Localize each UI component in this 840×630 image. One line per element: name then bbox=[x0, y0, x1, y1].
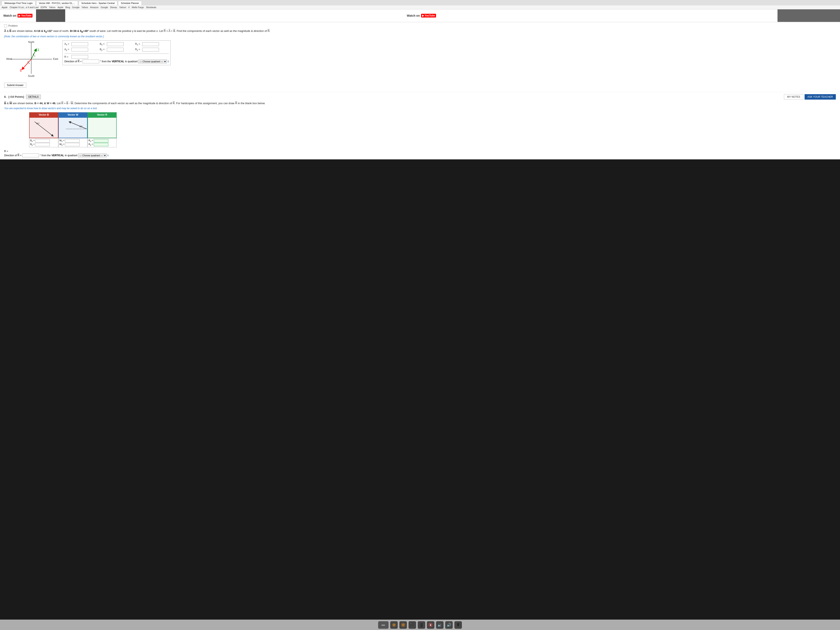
ay-input[interactable] bbox=[71, 48, 88, 52]
question-8-points: [-/10 Points] bbox=[8, 95, 24, 98]
bookmark-wells[interactable]: Wells Fargo bbox=[132, 6, 144, 8]
by-q8-label: By = bbox=[30, 143, 35, 146]
tab-vector-hw[interactable]: Vector HW - PHY211, section 01, Fall 202… bbox=[36, 1, 78, 5]
ay-row: Ay = bbox=[65, 48, 98, 52]
vector-w-inputs: Wx = Wy = bbox=[58, 138, 87, 147]
wx-input[interactable] bbox=[65, 139, 80, 142]
svg-text:θA: θA bbox=[33, 54, 35, 57]
vector-w-svg: 60° bbox=[60, 118, 88, 139]
q8-vertical-label: VERTICAL bbox=[52, 154, 64, 157]
by-input[interactable] bbox=[107, 48, 123, 52]
bookmark-chapter9[interactable]: Chapter 9 Lec...e II and Last bbox=[9, 6, 38, 8]
q8-direction-label: Direction of R = bbox=[4, 154, 22, 157]
ax-label: Ax = bbox=[65, 43, 71, 46]
tab-webassign-login[interactable]: Webassign First Time Login bbox=[2, 1, 35, 5]
q8-direction-input[interactable] bbox=[22, 153, 39, 157]
question-8-text: B & W are shown below. B = 44, & W = 46.… bbox=[4, 101, 836, 106]
problem-area: Problem A & B are shown below. A=18 & θA… bbox=[0, 22, 840, 92]
rx-input[interactable] bbox=[142, 42, 159, 46]
youtube-thumb-1[interactable]: Watch on ▶ YouTube bbox=[0, 9, 36, 22]
rx-q8-label: Rx = bbox=[88, 139, 93, 142]
ax-row: Ax = bbox=[65, 42, 98, 46]
ax-input[interactable] bbox=[71, 42, 88, 46]
youtube-logo-1: Watch on ▶ YouTube bbox=[3, 14, 33, 17]
compass-diagram: North South East West θA θB A bbox=[4, 40, 58, 79]
bx-input-row: Bx = bbox=[30, 139, 57, 142]
r-label: R = bbox=[65, 55, 71, 58]
question-8-header: 8. [-/10 Points] DETAILS MY NOTES ASK YO… bbox=[4, 94, 836, 99]
q8-direction-row: Direction of R = ° from the VERTICAL in … bbox=[4, 153, 836, 157]
main-content: Watch on ▶ YouTube Watch on ▶ YouTube Pr… bbox=[0, 9, 840, 159]
details-button[interactable]: DETAILS bbox=[26, 95, 41, 99]
question-8-right: MY NOTES ASK YOUR TEACHER bbox=[784, 94, 836, 99]
tab-schedule-hero[interactable]: Schedule Hero - Spartan Central bbox=[79, 1, 117, 5]
ay-label: Ay = bbox=[65, 48, 71, 51]
svg-line-7 bbox=[22, 59, 31, 69]
ry-q8-input[interactable] bbox=[94, 143, 108, 146]
quadrant-select[interactable]: --- Choose quadrant --- I II III IV bbox=[138, 60, 167, 63]
bookmark-apple2[interactable]: Apple bbox=[57, 6, 63, 8]
bookmark-hash[interactable]: # bbox=[128, 6, 129, 8]
bookmark-slick[interactable]: Slickdeals bbox=[146, 6, 156, 8]
col-a: Ax = Ay = bbox=[65, 42, 98, 52]
ry-input[interactable] bbox=[142, 48, 159, 52]
bookmark-yahoo2[interactable]: Yahoo bbox=[82, 6, 88, 8]
q8-info-icon[interactable]: ℹ bbox=[107, 154, 109, 157]
bookmark-espn[interactable]: ESPN bbox=[41, 6, 47, 8]
bx-input[interactable] bbox=[107, 42, 123, 46]
q8-in-quadrant-label: in quadrant bbox=[65, 154, 77, 157]
degree-from-label: ° from the bbox=[100, 60, 111, 63]
bx-q8-label: Bx = bbox=[30, 139, 35, 142]
youtube-icon-1: ▶ YouTube bbox=[17, 14, 33, 17]
youtube-icon-2: ▶ YouTube bbox=[421, 14, 436, 17]
q8-quadrant-select[interactable]: --- Choose quadrant --- I II III IV bbox=[78, 153, 107, 157]
r-magnitude-input[interactable] bbox=[71, 55, 88, 59]
col-r: Rx = Ry = bbox=[135, 42, 169, 52]
by-q8-input[interactable] bbox=[35, 143, 50, 146]
bookmark-apple[interactable]: Apple bbox=[2, 6, 8, 8]
bookmark-yahoo[interactable]: Yahoo bbox=[49, 6, 55, 8]
wx-input-row: Wx = bbox=[59, 139, 87, 142]
browser-chrome: Webassign First Time Login Vector HW - P… bbox=[0, 0, 840, 9]
bookmark-yahoo3[interactable]: Yahoo! bbox=[119, 6, 126, 8]
in-quadrant-label: in quadrant bbox=[125, 60, 137, 63]
info-icon[interactable]: ℹ bbox=[168, 60, 169, 63]
q8-r-label: R = bbox=[4, 150, 836, 153]
vector-r-inputs: Rx = Ry = bbox=[87, 138, 117, 147]
svg-text:A: A bbox=[38, 49, 39, 52]
submit-answer-button[interactable]: Submit Answer bbox=[4, 83, 26, 88]
direction-angle-input[interactable] bbox=[82, 60, 99, 63]
problem-body: North South East West θA θB A bbox=[4, 40, 836, 79]
rx-q8-input-row: Rx = bbox=[88, 139, 115, 142]
bookmark-bing[interactable]: Bing bbox=[65, 6, 70, 8]
youtube-thumb-2[interactable]: Watch on ▶ YouTube bbox=[65, 9, 777, 22]
svg-text:West: West bbox=[6, 57, 12, 60]
svg-text:South: South bbox=[28, 74, 35, 77]
problem-icon bbox=[4, 24, 7, 27]
my-notes-button[interactable]: MY NOTES bbox=[784, 94, 803, 99]
bx-row: Bx = bbox=[100, 42, 134, 46]
vector-r-header: Vector R bbox=[87, 112, 117, 117]
bx-q8-input[interactable] bbox=[35, 139, 50, 142]
vector-w-header: Vector W bbox=[58, 112, 87, 117]
wy-input-row: Wy = bbox=[59, 143, 87, 146]
problem-title: Problem bbox=[8, 24, 18, 27]
wy-input[interactable] bbox=[65, 143, 80, 146]
bookmark-amazon[interactable]: Amazon bbox=[90, 6, 98, 8]
bookmark-disney[interactable]: Disney bbox=[110, 6, 117, 8]
question-8-left: 8. [-/10 Points] DETAILS bbox=[4, 95, 41, 99]
tab-schedule-planner[interactable]: Schedule Planner bbox=[118, 1, 142, 5]
wx-label: Wx = bbox=[59, 139, 65, 142]
ask-teacher-button[interactable]: ASK YOUR TEACHER bbox=[805, 94, 836, 99]
rx-row: Rx = bbox=[135, 42, 169, 46]
bookmark-google[interactable]: Google bbox=[72, 6, 79, 8]
rx-q8-input[interactable] bbox=[94, 139, 108, 142]
r-section: R = Direction of R = ° from the VERTICAL… bbox=[65, 54, 169, 63]
problem-label: Problem bbox=[4, 24, 836, 27]
vector-b-diagram: 45° bbox=[29, 117, 58, 138]
youtube-logo-2: Watch on ▶ YouTube bbox=[407, 14, 436, 17]
bookmark-google2[interactable]: Google bbox=[101, 6, 108, 8]
thumbnail-image-1 bbox=[36, 9, 65, 22]
wy-label: Wy = bbox=[59, 143, 65, 146]
by-row: By = bbox=[100, 48, 134, 52]
